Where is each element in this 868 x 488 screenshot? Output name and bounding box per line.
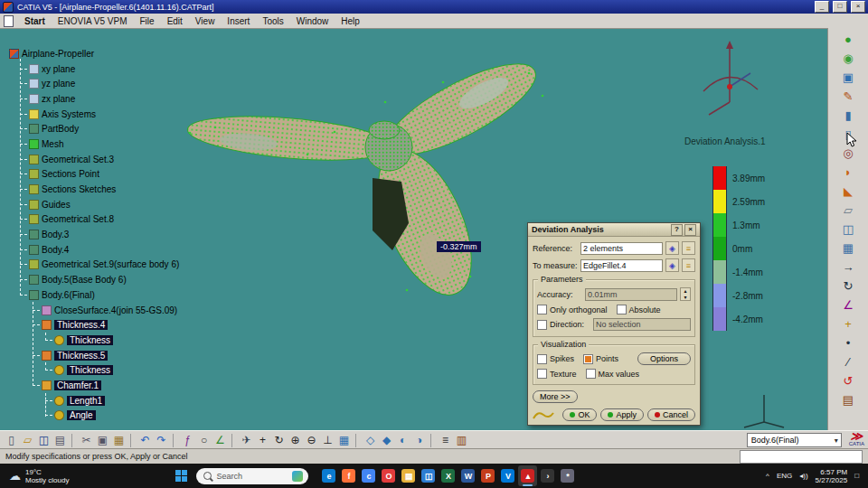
tree-item-thickness-4[interactable]: Thickness.4 (5, 317, 231, 333)
axis-icon[interactable]: + (840, 315, 857, 333)
app-icon-settings[interactable]: * (558, 465, 577, 486)
dialog-help-button[interactable]: ? (671, 224, 683, 236)
copy-icon[interactable]: ▣ (95, 433, 110, 448)
app-icon-firefox[interactable]: f (339, 465, 358, 486)
undo-icon[interactable]: ↶ (137, 433, 153, 448)
measure-icon[interactable]: ∠ (212, 433, 228, 448)
sketch-icon[interactable]: ✎ (840, 88, 857, 105)
taskbar-search[interactable]: Search (196, 468, 308, 484)
start-button[interactable] (175, 470, 187, 482)
volume-icon[interactable]: ◂)) (799, 472, 807, 480)
language-indicator[interactable]: ENG (777, 472, 792, 480)
tree-item-chamfer-1[interactable]: Chamfer.1 (5, 378, 231, 393)
minimize-button[interactable]: _ (815, 1, 829, 13)
tree-item-body-5-base-body-6[interactable]: Body.5(Base Body 6) (5, 272, 231, 287)
pan-icon[interactable]: + (255, 433, 270, 448)
tree-item-guides[interactable]: Guides (5, 197, 231, 212)
menu-item-file[interactable]: File (134, 16, 161, 26)
viewport[interactable]: Deviation Analysis.1 3.89mm2.59mm1.3mm0m… (0, 28, 828, 431)
direction-input[interactable] (593, 318, 691, 331)
translate-icon[interactable]: → (840, 258, 857, 276)
propeller-model[interactable] (172, 46, 579, 317)
menu-item-view[interactable]: View (189, 16, 222, 26)
to-measure-input[interactable] (580, 259, 663, 272)
tree-item-angle[interactable]: Angle (5, 408, 231, 424)
pattern-icon[interactable]: ▦ (840, 239, 857, 257)
tree-item-sections-sketches[interactable]: Sections Sketches (5, 182, 231, 197)
menu-item-enovia-v5-vpm[interactable]: ENOVIA V5 VPM (52, 16, 134, 26)
to-measure-stack-icon[interactable]: ≡ (682, 258, 695, 272)
tree-item-closesurface-4-join-55-gs-09[interactable]: CloseSurface.4(join 55-GS.09) (5, 303, 231, 318)
document-selector[interactable]: Body.6(Final) ▾ (747, 433, 842, 447)
accuracy-spinner[interactable] (680, 287, 691, 301)
wireframe-icon[interactable]: ◇ (363, 433, 378, 448)
dialog-close-button[interactable]: × (684, 224, 696, 236)
tree-item-geometrical-set-9-surface-body-6[interactable]: Geometrical Set.9(surface body 6) (5, 258, 231, 273)
open-folder-icon[interactable]: ▱ (20, 433, 35, 448)
chamfer-icon[interactable]: ◣ (840, 183, 857, 200)
mirror-icon[interactable]: ◫ (840, 221, 857, 238)
tree-item-geometrical-set-8[interactable]: Geometrical Set.8 (5, 212, 231, 228)
app-icon-edge[interactable]: e (319, 465, 338, 486)
tree-item-axis-systems[interactable]: Axis Systems (5, 107, 231, 122)
knowledge-search-icon[interactable]: ○ (196, 433, 212, 448)
reference-picker-icon[interactable]: ◈ (665, 241, 679, 255)
shaded-analysis-icon[interactable]: ◉ (840, 50, 857, 67)
weather-widget[interactable]: ☁ 19°C Mostly cloudy (9, 468, 69, 484)
tree-item-body-3[interactable]: Body.3 (5, 227, 231, 242)
catalog-icon[interactable]: ▥ (454, 433, 469, 448)
menu-item-edit[interactable]: Edit (161, 16, 189, 26)
catalog-tool-icon[interactable]: ▤ (840, 391, 857, 408)
apply-button[interactable]: Apply (600, 408, 644, 421)
normal-view-icon[interactable]: ⊥ (320, 433, 335, 448)
menu-item-help[interactable]: Help (335, 16, 366, 26)
measure-angle-icon[interactable]: ∠ (840, 296, 857, 314)
save-icon[interactable]: ◫ (36, 433, 52, 448)
close-button[interactable]: × (851, 1, 865, 13)
tree-item-mesh[interactable]: Mesh (5, 136, 231, 152)
direction-checkbox[interactable] (537, 320, 547, 330)
point-icon[interactable]: • (840, 334, 857, 352)
spikes-checkbox[interactable] (537, 354, 547, 364)
fx-icon[interactable]: ƒ (180, 433, 195, 448)
maximize-button[interactable]: □ (833, 1, 847, 13)
compass-widget[interactable] (687, 37, 773, 123)
view-mode-icon[interactable]: ▣ (840, 69, 857, 86)
tree-item-geometrical-set-3[interactable]: Geometrical Set.3 (5, 152, 231, 167)
cancel-button[interactable]: Cancel (647, 408, 695, 421)
clock[interactable]: 6:57 PM 5/27/2025 (816, 468, 848, 484)
new-document-icon[interactable]: ▯ (4, 433, 19, 448)
app-icon-powerpoint[interactable]: P (478, 465, 497, 486)
tree-graph-icon[interactable]: ≡ (438, 433, 453, 448)
tree-item-sections-point[interactable]: Sections Point (5, 167, 231, 183)
fly-mode-icon[interactable]: ✈ (239, 433, 254, 448)
notification-icon[interactable]: □ (854, 472, 859, 480)
redo-icon[interactable]: ↷ (154, 433, 169, 448)
app-icon-chrome[interactable]: c (359, 465, 378, 486)
tree-item-partbody[interactable]: PartBody (5, 121, 231, 136)
multi-view-icon[interactable]: ▦ (336, 433, 352, 448)
dialog-titlebar[interactable]: Deviation Analysis ? × (528, 223, 700, 237)
hide-show-icon[interactable]: ◐ (395, 433, 410, 448)
tree-item-body-6-final[interactable]: Body.6(Final) (5, 287, 231, 303)
app-icon-excel[interactable]: X (439, 465, 458, 486)
cut-icon[interactable]: ✂ (79, 433, 94, 448)
menu-item-insert[interactable]: Insert (221, 16, 256, 26)
tray-chevron-icon[interactable]: ^ (766, 472, 769, 480)
zoom-in-icon[interactable]: ⊕ (288, 433, 303, 448)
power-input[interactable] (740, 450, 863, 464)
deviation-analysis-icon[interactable]: ● (840, 31, 857, 48)
more-button[interactable]: More >> (533, 390, 578, 403)
paste-icon[interactable]: ▦ (111, 433, 127, 448)
tree-item-thickness-5[interactable]: Thickness.5 (5, 348, 231, 363)
plane-icon[interactable]: ▱ (840, 202, 857, 219)
options-button[interactable]: Options (637, 352, 691, 365)
rotate-icon[interactable]: ↻ (840, 277, 857, 295)
tree-item-length1[interactable]: Length1 (5, 393, 231, 408)
absolute-checkbox[interactable] (617, 305, 627, 314)
menu-item-start[interactable]: Start (18, 16, 52, 26)
reference-stack-icon[interactable]: ≡ (682, 241, 695, 255)
tree-item-yz-plane[interactable]: yz plane (5, 76, 231, 91)
app-icon-vscode[interactable]: V (498, 465, 517, 486)
menu-item-tools[interactable]: Tools (256, 16, 289, 26)
